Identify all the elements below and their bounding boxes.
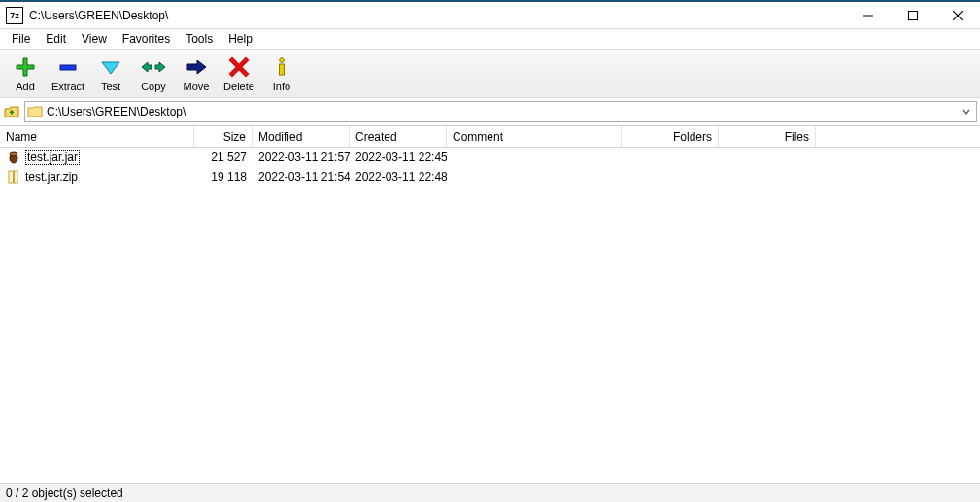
zip-icon: [6, 169, 21, 184]
status-bar: 0 / 2 object(s) selected: [0, 483, 980, 502]
add-button[interactable]: Add: [6, 53, 45, 94]
up-button[interactable]: [3, 103, 20, 120]
svg-marker-5: [102, 62, 119, 74]
list-header: Name Size Modified Created Comment Folde…: [0, 126, 980, 148]
add-label: Add: [16, 81, 35, 92]
close-icon: [953, 11, 963, 20]
copy-button[interactable]: Copy: [134, 53, 173, 94]
col-size[interactable]: Size: [194, 126, 253, 147]
cell-created: 2022-03-11 22:45: [350, 151, 447, 164]
menu-tools[interactable]: Tools: [178, 30, 220, 48]
window-controls: [846, 2, 980, 28]
menu-view[interactable]: View: [74, 30, 115, 48]
delete-label: Delete: [223, 81, 254, 92]
svg-point-9: [280, 58, 285, 63]
minimize-button[interactable]: [846, 2, 891, 28]
window-title: C:\Users\GREEN\Desktop\: [29, 9, 846, 22]
folder-icon: [27, 104, 43, 119]
info-button[interactable]: Info: [262, 53, 301, 94]
file-name: test.jar.zip: [25, 170, 78, 184]
address-dropdown[interactable]: [959, 105, 974, 118]
svg-rect-14: [13, 171, 15, 183]
table-row[interactable]: test.jar.jar 21 527 2022-03-11 21:57 202…: [0, 148, 980, 167]
move-label: Move: [184, 81, 210, 92]
extract-label: Extract: [51, 81, 84, 92]
menu-help[interactable]: Help: [220, 30, 260, 48]
plus-icon: [15, 55, 36, 79]
menu-edit[interactable]: Edit: [38, 30, 74, 48]
maximize-icon: [908, 11, 918, 20]
col-files[interactable]: Files: [719, 126, 816, 147]
x-icon: [228, 55, 250, 79]
col-name[interactable]: Name: [0, 126, 194, 147]
extract-button[interactable]: Extract: [49, 53, 87, 94]
folder-up-icon: [4, 104, 19, 119]
address-field[interactable]: C:\Users\GREEN\Desktop\: [24, 101, 977, 122]
check-down-icon: [100, 55, 121, 79]
move-button[interactable]: Move: [177, 53, 216, 94]
menu-favorites[interactable]: Favorites: [115, 30, 178, 48]
delete-button[interactable]: Delete: [220, 53, 258, 94]
test-button[interactable]: Test: [91, 53, 130, 94]
svg-rect-4: [60, 65, 76, 70]
cell-modified: 2022-03-11 21:57: [253, 151, 350, 164]
cell-modified: 2022-03-11 21:54: [253, 170, 350, 184]
title-bar: 7z C:\Users\GREEN\Desktop\: [0, 0, 980, 29]
cell-size: 21 527: [194, 151, 253, 164]
list-body[interactable]: test.jar.jar 21 527 2022-03-11 21:57 202…: [0, 148, 980, 483]
close-button[interactable]: [935, 2, 980, 28]
col-modified[interactable]: Modified: [253, 126, 350, 147]
app-icon: 7z: [6, 7, 23, 24]
svg-rect-1: [909, 11, 918, 19]
menu-file[interactable]: File: [4, 30, 38, 48]
svg-rect-10: [280, 64, 285, 75]
table-row[interactable]: test.jar.zip 19 118 2022-03-11 21:54 202…: [0, 167, 980, 186]
svg-marker-8: [187, 60, 206, 74]
col-created[interactable]: Created: [350, 126, 447, 147]
menu-bar: File Edit View Favorites Tools Help: [0, 29, 980, 49]
svg-marker-6: [142, 62, 152, 72]
address-text: C:\Users\GREEN\Desktop\: [47, 105, 959, 118]
status-text: 0 / 2 object(s) selected: [6, 486, 123, 500]
two-arrows-icon: [142, 55, 165, 79]
address-bar: C:\Users\GREEN\Desktop\: [0, 98, 980, 126]
info-icon: [271, 55, 292, 79]
col-comment[interactable]: Comment: [447, 126, 622, 147]
minus-icon: [57, 55, 79, 79]
cell-size: 19 118: [194, 170, 253, 184]
toolbar: Add Extract Test Copy Move Delete: [0, 49, 980, 98]
minimize-icon: [863, 11, 873, 20]
svg-point-12: [10, 152, 17, 156]
test-label: Test: [101, 81, 120, 92]
jar-icon: [6, 150, 21, 165]
maximize-button[interactable]: [891, 2, 935, 28]
cell-created: 2022-03-11 22:48: [350, 170, 447, 184]
arrow-right-icon: [186, 55, 207, 79]
col-folders[interactable]: Folders: [622, 126, 719, 147]
chevron-down-icon: [963, 108, 970, 116]
info-label: Info: [273, 81, 290, 92]
file-name: test.jar.jar: [25, 150, 80, 165]
copy-label: Copy: [141, 81, 166, 92]
svg-marker-7: [155, 62, 165, 72]
